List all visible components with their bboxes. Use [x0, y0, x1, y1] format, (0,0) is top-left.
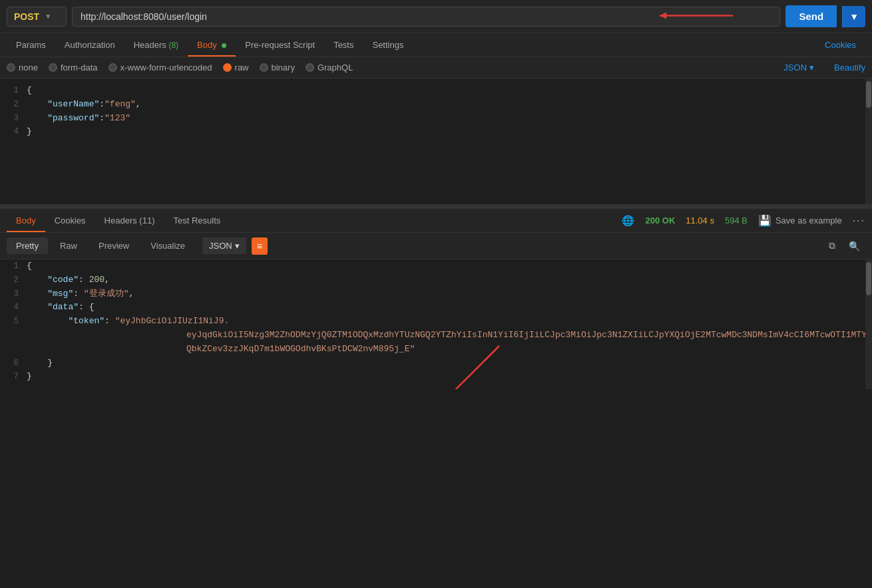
body-type-selector: none form-data x-www-form-urlencoded raw…	[0, 57, 872, 78]
globe-icon: 🌐	[622, 215, 634, 227]
search-button[interactable]: 🔍	[843, 237, 865, 255]
response-line-6: 6 }	[0, 357, 872, 370]
tab-params[interactable]: Params	[7, 33, 55, 57]
response-line-5c: QbkZCev3zzJKqD7m1bWOGOdhvBKsPtDCW2nvM895…	[0, 343, 872, 357]
response-line-3: 3 "msg": "登录成功",	[0, 287, 872, 301]
response-line-5: 5 "token": "eyJhbGciOiJIUzI1NiJ9.	[0, 315, 872, 329]
response-tab-headers[interactable]: Headers (11)	[95, 209, 164, 232]
send-button[interactable]: Send	[785, 5, 837, 27]
url-input[interactable]: http://localhost:8080/user/login	[81, 11, 771, 22]
response-tab-body[interactable]: Body	[7, 209, 45, 232]
response-view-tabs: Pretty Raw Preview Visualize JSON ▾ ≡ ⧉ …	[0, 233, 872, 259]
url-input-wrapper: http://localhost:8080/user/login	[72, 7, 780, 27]
request-code-block: 1 { 2 "userName":"feng", 3 "password":"1…	[0, 78, 872, 144]
save-example-button[interactable]: 💾 Save as example	[758, 214, 842, 227]
radio-binary[interactable]: binary	[260, 63, 295, 73]
tab-settings[interactable]: Settings	[363, 33, 413, 57]
radio-binary-circle	[260, 63, 268, 72]
response-status-info: 🌐 200 OK 11.04 s 594 B 💾 Save as example…	[622, 214, 865, 227]
json-format-selector[interactable]: JSON ▾	[783, 63, 814, 73]
response-scrollbar-thumb	[866, 262, 871, 295]
body-dot	[222, 43, 226, 48]
response-tab-test-results[interactable]: Test Results	[164, 209, 230, 232]
radio-graphql-circle	[306, 63, 314, 72]
response-tabs: Body Cookies Headers (11) Test Results 🌐…	[0, 208, 872, 233]
radio-urlencoded-circle	[109, 63, 117, 72]
view-tab-pretty[interactable]: Pretty	[7, 237, 48, 254]
more-options-button[interactable]: ···	[853, 215, 865, 227]
copy-button[interactable]: ⧉	[823, 237, 841, 255]
radio-form-data[interactable]: form-data	[49, 63, 98, 73]
request-body-editor[interactable]: 1 { 2 "userName":"feng", 3 "password":"1…	[0, 78, 872, 205]
save-icon: 💾	[758, 214, 771, 227]
response-size: 594 B	[725, 216, 748, 225]
radio-graphql[interactable]: GraphQL	[306, 63, 353, 73]
response-tab-cookies[interactable]: Cookies	[45, 209, 95, 232]
radio-raw-circle	[223, 63, 232, 72]
beautify-button[interactable]: Beautify	[834, 63, 865, 73]
tab-authorization[interactable]: Authorization	[55, 33, 124, 57]
request-scrollbar[interactable]	[865, 78, 872, 204]
radio-raw[interactable]: raw	[223, 63, 249, 73]
response-format-selector[interactable]: JSON ▾	[202, 237, 246, 254]
response-line-7: 7 }	[0, 370, 872, 384]
cookies-link[interactable]: Cookies	[815, 33, 865, 57]
response-scrollbar[interactable]	[865, 259, 872, 389]
view-tab-raw[interactable]: Raw	[51, 237, 87, 254]
response-section: Body Cookies Headers (11) Test Results 🌐…	[0, 208, 872, 389]
request-tabs: Params Authorization Headers (8) Body Pr…	[0, 33, 872, 57]
method-selector[interactable]: POST ▼	[7, 7, 67, 27]
radio-urlencoded[interactable]: x-www-form-urlencoded	[109, 63, 212, 73]
radio-formdata-circle	[49, 63, 57, 72]
code-line-1: 1 {	[0, 84, 872, 98]
request-scrollbar-thumb	[866, 81, 871, 108]
code-line-3: 3 "password":"123"	[0, 112, 872, 126]
response-code-editor[interactable]: 1 { 2 "code": 200, 3 "msg": "登录成功", 4	[0, 259, 872, 389]
radio-none-circle	[7, 63, 15, 72]
radio-none[interactable]: none	[7, 63, 38, 73]
response-line-1: 1 {	[0, 259, 872, 273]
method-chevron: ▼	[45, 13, 51, 20]
response-line-2: 2 "code": 200,	[0, 273, 872, 287]
code-line-4: 4 }	[0, 125, 872, 139]
wrap-toggle-button[interactable]: ≡	[252, 237, 268, 255]
url-bar: POST ▼ http://localhost:8080/user/login …	[0, 0, 872, 33]
response-line-4: 4 "data": {	[0, 301, 872, 315]
view-tab-preview[interactable]: Preview	[89, 237, 138, 254]
view-tab-visualize[interactable]: Visualize	[141, 237, 194, 254]
send-dropdown-button[interactable]: ▼	[842, 6, 865, 27]
method-label: POST	[14, 11, 39, 22]
tab-headers[interactable]: Headers (8)	[124, 33, 188, 57]
tab-pre-request-script[interactable]: Pre-request Script	[236, 33, 324, 57]
response-time: 11.04 s	[686, 216, 714, 225]
tab-body[interactable]: Body	[188, 33, 236, 57]
status-code: 200 OK	[645, 216, 675, 225]
tab-tests[interactable]: Tests	[324, 33, 363, 57]
response-line-5b: eyJqdGkiOiI5Nzg3M2ZhODMzYjQ0ZTM1ODQxMzdh…	[0, 329, 872, 343]
response-code-area: 1 { 2 "code": 200, 3 "msg": "登录成功", 4	[0, 259, 872, 389]
code-line-2: 2 "userName":"feng",	[0, 98, 872, 112]
